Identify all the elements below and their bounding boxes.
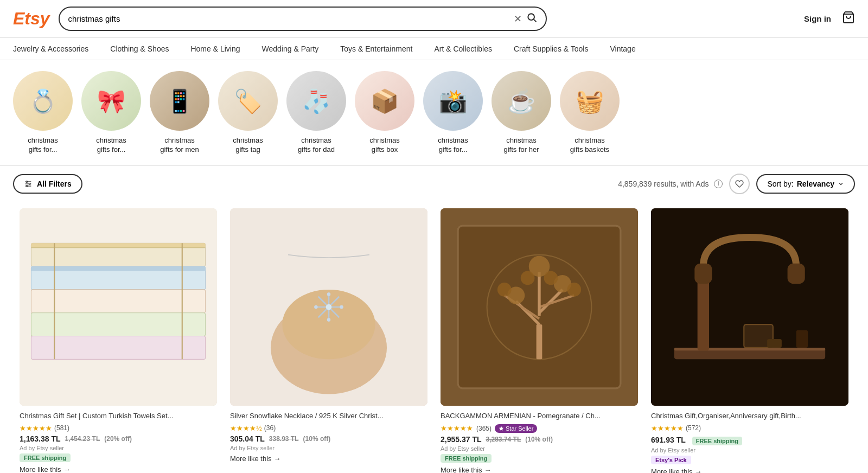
sort-by-label: Sort by: xyxy=(767,180,793,188)
product-image-1 xyxy=(230,208,427,406)
discount-1: (10% off) xyxy=(303,435,331,443)
product-title-1: Silver Snowflake Necklace / 925 K Silver… xyxy=(230,411,427,421)
ad-label-2: Ad by Etsy seller xyxy=(441,445,638,452)
svg-point-28 xyxy=(327,292,330,296)
original-price-1: 338.93 TL xyxy=(269,435,299,443)
category-item-2[interactable]: 📱 christmasgifts for men xyxy=(150,71,209,155)
svg-rect-53 xyxy=(694,263,712,283)
info-icon[interactable]: i xyxy=(714,180,723,188)
etsy-logo[interactable]: Etsy xyxy=(13,9,50,29)
price-3: 691.93 TL xyxy=(651,436,686,444)
svg-point-46 xyxy=(521,271,535,285)
nav-item-home[interactable]: Home & Living xyxy=(190,44,240,53)
all-filters-button[interactable]: All Filters xyxy=(13,174,82,194)
product-price-0: 1,163.38 TL 1,454.23 TL (20% off) xyxy=(20,434,217,443)
category-label-7: christmasgifts for her xyxy=(503,136,539,155)
svg-point-30 xyxy=(314,305,317,309)
category-circle-4: 🧦 xyxy=(286,71,346,131)
svg-point-0 xyxy=(528,14,534,20)
original-price-2: 3,283.74 TL xyxy=(486,436,521,443)
category-circle-5: 📦 xyxy=(355,71,414,131)
svg-point-7 xyxy=(29,183,30,184)
category-label-0: christmasgifts for... xyxy=(28,136,58,155)
nav-item-craft[interactable]: Craft Supplies & Tools xyxy=(514,44,588,53)
free-shipping-badge-2: FREE shipping xyxy=(441,454,492,463)
category-circle-8: 🧺 xyxy=(560,71,620,131)
header: Etsy ✕ Sign in xyxy=(0,0,868,38)
search-input[interactable] xyxy=(68,14,509,23)
category-circle-1: 🎀 xyxy=(81,71,141,131)
product-title-0: Christmas Gift Set | Custom Turkish Towe… xyxy=(20,411,217,421)
clear-search-icon[interactable]: ✕ xyxy=(514,13,522,25)
nav-item-toys[interactable]: Toys & Entertainment xyxy=(340,44,412,53)
etsys-pick-badge-3: Etsy's Pick xyxy=(651,456,691,464)
product-card-3[interactable]: Christmas Gift,Organiser,Anniversary gif… xyxy=(644,202,855,473)
category-item-1[interactable]: 🎀 christmasgifts for... xyxy=(81,71,141,155)
category-item-6[interactable]: 📸 christmasgifts for... xyxy=(423,71,483,155)
svg-point-31 xyxy=(340,305,343,309)
category-circle-6: 📸 xyxy=(423,71,483,131)
product-stars-3: ★★★★★ (572) xyxy=(651,424,848,432)
nav-item-wedding[interactable]: Wedding & Party xyxy=(262,44,319,53)
svg-point-27 xyxy=(326,304,332,310)
stars-1: ★★★★½ xyxy=(230,424,262,432)
nav-item-art[interactable]: Art & Collectibles xyxy=(434,44,492,53)
category-item-3[interactable]: 🏷️ christmasgifts tag xyxy=(218,71,278,155)
nav-item-jewelry[interactable]: Jewelry & Accessories xyxy=(13,44,88,53)
svg-point-44 xyxy=(567,283,581,297)
category-label-4: christmasgifts for dad xyxy=(298,136,335,155)
stars-2: ★★★★★ xyxy=(441,424,473,432)
svg-point-29 xyxy=(327,318,330,321)
svg-rect-54 xyxy=(788,263,805,283)
star-count-0: (581) xyxy=(54,424,69,432)
header-right: Sign in xyxy=(804,11,855,27)
discount-2: (10% off) xyxy=(525,436,553,443)
svg-rect-11 xyxy=(31,243,205,248)
svg-point-42 xyxy=(497,283,512,297)
product-card-2[interactable]: BACKGAMMON ARMENIAN - Pomegranate / Ch..… xyxy=(434,202,644,473)
sign-in-link[interactable]: Sign in xyxy=(804,14,831,23)
product-image-0 xyxy=(20,208,217,406)
all-filters-label: All Filters xyxy=(37,180,72,188)
svg-rect-16 xyxy=(31,312,205,336)
product-title-3: Christmas Gift,Organiser,Anniversary gif… xyxy=(651,411,848,421)
star-seller-badge-2: Star Seller xyxy=(495,424,537,433)
stars-3: ★★★★★ xyxy=(651,424,684,432)
svg-rect-57 xyxy=(796,330,808,348)
stars-0: ★★★★★ xyxy=(20,424,52,432)
results-count: 4,859,839 results, with Ads i xyxy=(618,180,723,188)
wishlist-button[interactable] xyxy=(729,174,750,194)
star-count-1: (36) xyxy=(264,424,276,432)
more-like-button-0[interactable]: More like this → xyxy=(20,465,217,473)
category-item-0[interactable]: 💍 christmasgifts for... xyxy=(13,71,73,155)
nav-item-clothing[interactable]: Clothing & Shoes xyxy=(110,44,169,53)
free-shipping-badge-0: FREE shipping xyxy=(20,453,71,462)
more-like-button-3[interactable]: More like this → xyxy=(651,468,848,473)
category-label-5: christmasgifts box xyxy=(369,136,400,155)
svg-point-6 xyxy=(26,181,28,182)
category-circles: 💍 christmasgifts for... 🎀 christmasgifts… xyxy=(0,60,868,166)
product-card-0[interactable]: Christmas Gift Set | Custom Turkish Towe… xyxy=(13,202,224,473)
price-2: 2,955.37 TL xyxy=(441,435,482,444)
nav-item-vintage[interactable]: Vintage xyxy=(610,44,635,53)
search-button[interactable] xyxy=(526,12,537,25)
filters-bar: All Filters 4,859,839 results, with Ads … xyxy=(0,166,868,202)
category-item-7[interactable]: ☕ christmasgifts for her xyxy=(492,71,551,155)
more-like-button-1[interactable]: More like this → xyxy=(230,455,427,463)
more-like-button-2[interactable]: More like this → xyxy=(441,466,638,473)
category-item-4[interactable]: 🧦 christmasgifts for dad xyxy=(286,71,346,155)
product-price-1: 305.04 TL 338.93 TL (10% off) xyxy=(230,434,427,443)
product-card-1[interactable]: Silver Snowflake Necklace / 925 K Silver… xyxy=(224,202,434,473)
product-stars-2: ★★★★★ (365) Star Seller xyxy=(441,424,638,433)
category-circle-3: 🏷️ xyxy=(218,71,278,131)
star-count-3: (572) xyxy=(686,424,701,432)
svg-rect-17 xyxy=(31,336,205,359)
category-item-5[interactable]: 📦 christmasgifts box xyxy=(355,71,414,155)
cart-icon[interactable] xyxy=(842,11,855,27)
svg-line-1 xyxy=(533,20,536,22)
ad-label-3: Ad by Etsy seller xyxy=(651,447,848,453)
sort-by-button[interactable]: Sort by: Relevancy xyxy=(756,174,855,194)
discount-0: (20% off) xyxy=(104,435,132,443)
category-item-8[interactable]: 🧺 christmasgifts baskets xyxy=(560,71,620,155)
svg-rect-56 xyxy=(767,339,782,348)
